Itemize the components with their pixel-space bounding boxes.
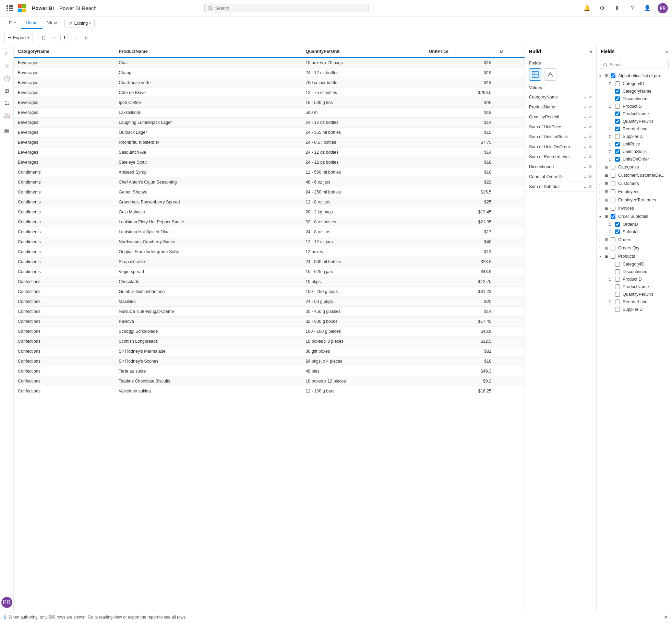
tree-group-check[interactable] bbox=[611, 173, 615, 178]
build-value-item[interactable]: Count of OrderID ⌄ ✕ bbox=[525, 172, 596, 182]
tree-item-check[interactable] bbox=[615, 119, 620, 124]
tree-group-header[interactable]: › ⊞ Customers bbox=[597, 179, 672, 188]
tree-group-check[interactable] bbox=[611, 237, 615, 242]
tree-group-check[interactable] bbox=[611, 73, 615, 78]
build-value-sort[interactable]: ⌄ bbox=[583, 154, 587, 160]
bottom-bar-close[interactable]: ✕ bbox=[664, 614, 668, 620]
tree-item[interactable]: Σ ProductID bbox=[597, 103, 672, 110]
tab-home[interactable]: Home bbox=[21, 17, 43, 29]
build-value-sort[interactable]: ⌄ bbox=[583, 134, 587, 140]
build-value-item[interactable]: Sum of UnitsOnOrder ⌄ ✕ bbox=[525, 142, 596, 152]
tree-item-check[interactable] bbox=[615, 142, 620, 146]
sidebar-pr-icon[interactable]: PR bbox=[1, 597, 12, 608]
tree-item-check[interactable] bbox=[615, 292, 620, 297]
tree-item-check[interactable] bbox=[615, 96, 620, 101]
tree-item[interactable]: SupplierID bbox=[597, 306, 672, 313]
last-page-button[interactable]: ⟩⟩ bbox=[81, 33, 91, 43]
tree-group-header[interactable]: ▾ ⊞ Alphabetical list of pro... bbox=[597, 72, 672, 80]
tree-item-check[interactable] bbox=[615, 222, 620, 227]
tree-item[interactable]: Σ UnitsOnOrder bbox=[597, 155, 672, 163]
build-value-sort[interactable]: ⌄ bbox=[583, 124, 587, 130]
tree-item[interactable]: Σ UnitsInStock bbox=[597, 148, 672, 155]
tree-item-check[interactable] bbox=[615, 284, 620, 289]
tree-item[interactable]: Σ UnitPrice bbox=[597, 140, 672, 148]
tree-item[interactable]: Σ OrderID bbox=[597, 221, 672, 228]
build-value-item[interactable]: ProductName ⌄ ✕ bbox=[525, 102, 596, 112]
build-value-sort[interactable]: ⌄ bbox=[583, 94, 587, 100]
build-value-item[interactable]: Sum of ReorderLevel ⌄ ✕ bbox=[525, 152, 596, 162]
build-value-remove[interactable]: ✕ bbox=[588, 104, 593, 110]
tab-file[interactable]: File bbox=[4, 17, 21, 29]
build-value-remove[interactable]: ✕ bbox=[588, 144, 593, 150]
tree-item[interactable]: ProductName bbox=[597, 283, 672, 291]
ms-logo[interactable]: Power BI bbox=[18, 4, 54, 12]
help-icon[interactable]: ? bbox=[627, 3, 637, 13]
tree-item-check[interactable] bbox=[615, 269, 620, 274]
build-value-remove[interactable]: ✕ bbox=[588, 174, 593, 180]
tree-group-header[interactable]: › ⊞ Orders Qry bbox=[597, 244, 672, 252]
build-table-icon[interactable] bbox=[529, 68, 541, 81]
build-value-remove[interactable]: ✕ bbox=[588, 114, 593, 120]
tree-item-check[interactable] bbox=[615, 111, 620, 116]
waffle-menu[interactable] bbox=[4, 3, 15, 14]
sidebar-workspaces-icon[interactable]: 🗂 bbox=[1, 97, 12, 108]
tree-item[interactable]: Discontinued bbox=[597, 268, 672, 275]
build-value-remove[interactable]: ✕ bbox=[588, 154, 593, 160]
tree-item-check[interactable] bbox=[615, 134, 620, 139]
tree-group-check[interactable] bbox=[611, 246, 615, 250]
tree-item-check[interactable] bbox=[615, 157, 620, 162]
fields-expand-icon[interactable]: » bbox=[665, 49, 668, 54]
build-value-item[interactable]: QuantityPerUnit ⌄ ✕ bbox=[525, 112, 596, 122]
tree-group-check[interactable] bbox=[611, 198, 615, 202]
build-value-item[interactable]: CategoryName ⌄ ✕ bbox=[525, 92, 596, 102]
build-value-item[interactable]: Sum of Subtotal ⌄ ✕ bbox=[525, 182, 596, 192]
build-value-sort[interactable]: ⌄ bbox=[583, 114, 587, 120]
tree-item[interactable]: Σ ReorderLevel bbox=[597, 125, 672, 133]
tree-item[interactable]: CategoryID bbox=[597, 260, 672, 268]
tree-item-check[interactable] bbox=[615, 299, 620, 304]
build-value-item[interactable]: Sum of UnitPrice ⌄ ✕ bbox=[525, 122, 596, 132]
sidebar-home-icon[interactable]: ⌂ bbox=[1, 48, 12, 59]
build-value-item[interactable]: Discontinued ⌄ ✕ bbox=[525, 162, 596, 172]
tree-group-header[interactable]: ▾ ⊞ Products bbox=[597, 252, 672, 260]
tree-item-check[interactable] bbox=[615, 81, 620, 86]
build-value-sort[interactable]: ⌄ bbox=[583, 164, 587, 170]
tree-group-header[interactable]: › ⊞ Employees bbox=[597, 188, 672, 196]
avatar[interactable]: PR bbox=[658, 3, 668, 13]
build-value-sort[interactable]: ⌄ bbox=[583, 144, 587, 150]
tree-group-header[interactable]: › ⊞ Orders bbox=[597, 236, 672, 244]
data-area[interactable]: CategoryName ProductName QuantityPerUnit… bbox=[14, 45, 525, 611]
editing-dropdown[interactable]: Editing ▾ bbox=[64, 19, 95, 27]
build-format-icon[interactable] bbox=[544, 68, 556, 81]
tree-item-check[interactable] bbox=[615, 277, 620, 282]
build-value-item[interactable]: Sum of UnitsInStock ⌄ ✕ bbox=[525, 132, 596, 142]
first-page-button[interactable]: ⟨⟨ bbox=[38, 33, 48, 43]
tree-item[interactable]: Σ ReorderLevel bbox=[597, 298, 672, 306]
notifications-icon[interactable]: 🔔 bbox=[582, 3, 592, 13]
tree-group-check[interactable] bbox=[611, 214, 615, 219]
global-search-bar[interactable] bbox=[204, 4, 369, 12]
build-value-remove[interactable]: ✕ bbox=[588, 124, 593, 130]
sidebar-favorites-icon[interactable]: ☆ bbox=[1, 60, 12, 71]
sidebar-apps-icon[interactable]: ⊞ bbox=[1, 85, 12, 96]
tree-item-check[interactable] bbox=[615, 230, 620, 234]
tree-item[interactable]: ProductName bbox=[597, 110, 672, 118]
build-value-sort[interactable]: ⌄ bbox=[583, 184, 587, 190]
tree-item-check[interactable] bbox=[615, 262, 620, 267]
fields-search-bar[interactable] bbox=[600, 61, 669, 69]
tree-group-header[interactable]: › ⊞ CustomerCustomerDe... bbox=[597, 171, 672, 179]
tab-view[interactable]: View bbox=[43, 17, 62, 29]
sidebar-learn-icon[interactable]: 📖 bbox=[1, 110, 12, 121]
export-button[interactable]: ↦ Export ▾ bbox=[4, 33, 33, 42]
tree-item-check[interactable] bbox=[615, 149, 620, 154]
build-value-sort[interactable]: ⌄ bbox=[583, 104, 587, 110]
tree-item-check[interactable] bbox=[615, 104, 620, 109]
tree-item[interactable]: Σ ProductID bbox=[597, 275, 672, 283]
download-icon[interactable]: ⬇ bbox=[612, 3, 622, 13]
tree-group-check[interactable] bbox=[611, 189, 615, 194]
tree-group-check[interactable] bbox=[611, 165, 615, 169]
account-icon[interactable]: 👤 bbox=[643, 3, 652, 13]
sidebar-recent-icon[interactable]: 🕐 bbox=[1, 73, 12, 84]
data-table-wrapper[interactable]: CategoryName ProductName QuantityPerUnit… bbox=[14, 45, 525, 611]
sidebar-metrics-icon[interactable]: ▦ bbox=[1, 125, 12, 136]
